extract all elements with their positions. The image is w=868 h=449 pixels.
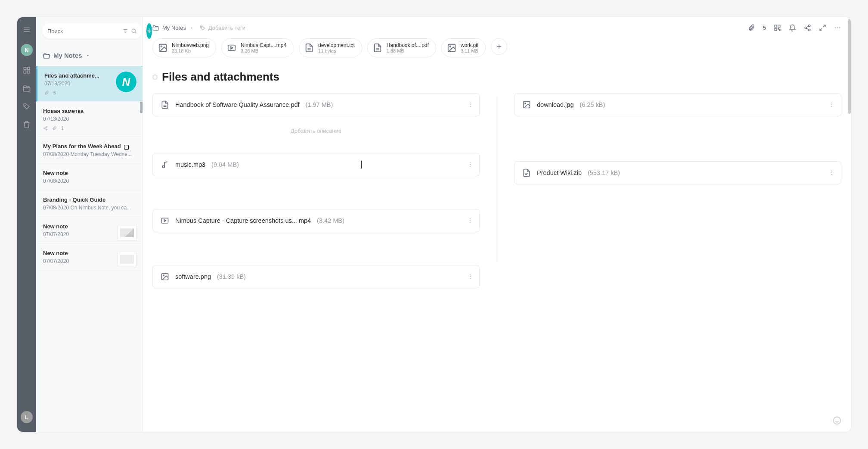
page-title[interactable]: Files and attachments xyxy=(162,70,279,84)
description-placeholder[interactable]: Добавить описание xyxy=(152,128,480,134)
file-card[interactable]: Handbook of Software Quality Assurance.p… xyxy=(152,93,480,116)
svg-point-26 xyxy=(805,27,806,28)
note-item[interactable]: Files and attachme... 07/13/2020 5 N xyxy=(36,66,143,102)
folder-icon xyxy=(152,25,159,31)
svg-point-58 xyxy=(470,218,471,219)
tag-icon xyxy=(200,25,206,31)
chip-name: Nimbusweb.png xyxy=(172,42,209,48)
svg-point-14 xyxy=(43,128,45,129)
chip-size: 3.26 MB xyxy=(241,48,286,53)
more-vert-icon[interactable] xyxy=(467,274,473,280)
svg-point-34 xyxy=(839,27,840,28)
more-icon[interactable] xyxy=(834,24,841,31)
svg-line-17 xyxy=(45,128,46,129)
svg-point-27 xyxy=(809,29,810,31)
svg-rect-18 xyxy=(124,145,128,150)
svg-point-68 xyxy=(831,103,832,103)
folder-icon[interactable] xyxy=(23,84,31,92)
more-vert-icon[interactable] xyxy=(467,218,473,224)
chip-name: development.txt xyxy=(318,42,355,48)
chip-size: 3.11 MB xyxy=(461,48,478,53)
more-vert-icon[interactable] xyxy=(467,162,473,168)
more-vert-icon[interactable] xyxy=(829,102,835,108)
file-size: (553.17 kB) xyxy=(588,169,620,176)
note-title: New note xyxy=(43,223,117,230)
file-icon xyxy=(304,43,314,53)
search-field[interactable] xyxy=(47,28,120,34)
note-item[interactable]: New note 07/07/2020 xyxy=(36,244,143,271)
chip-size: 23.18 Kb xyxy=(172,48,209,53)
menu-icon[interactable] xyxy=(23,26,31,34)
svg-point-51 xyxy=(470,106,471,107)
breadcrumb[interactable]: My Notes xyxy=(152,25,194,31)
attachment-chip[interactable]: Nimbusweb.png23.18 Kb xyxy=(152,38,216,57)
user-avatar[interactable]: L xyxy=(21,411,33,423)
share-icon[interactable] xyxy=(804,24,811,31)
folder-header[interactable]: My Notes xyxy=(36,45,143,66)
attachment-chip[interactable]: development.txt11 bytes xyxy=(299,38,362,57)
video-icon xyxy=(161,216,169,225)
grid-icon[interactable] xyxy=(23,66,31,74)
note-date: 07/13/2020 xyxy=(44,81,117,87)
add-attachment-button[interactable] xyxy=(491,38,507,55)
svg-rect-3 xyxy=(24,67,26,69)
file-name: music.mp3 xyxy=(175,161,205,168)
chevron-down-icon xyxy=(86,53,90,58)
note-item[interactable]: New note 07/07/2020 xyxy=(36,217,143,244)
note-date: 07/07/2020 xyxy=(43,231,117,237)
svg-point-53 xyxy=(470,162,471,163)
svg-rect-24 xyxy=(779,30,780,31)
svg-point-25 xyxy=(809,25,810,26)
file-card[interactable]: software.png (31.39 kB) xyxy=(152,265,480,288)
trash-icon[interactable] xyxy=(23,121,31,128)
note-item[interactable]: New note 07/08/2020 xyxy=(36,164,143,190)
emoji-icon[interactable] xyxy=(833,416,841,425)
note-item[interactable]: Branding - Quick Guide 07/08/2020 On Nim… xyxy=(36,190,143,217)
filter-icon[interactable] xyxy=(122,28,128,34)
image-icon xyxy=(447,43,456,53)
note-thumbnail xyxy=(118,225,136,240)
svg-rect-56 xyxy=(162,218,168,223)
note-date: 07/13/2020 xyxy=(43,116,136,122)
svg-rect-4 xyxy=(28,67,30,69)
file-card[interactable]: Nimbus Capture - Capture screenshots us.… xyxy=(152,209,480,232)
file-size: (3.42 MB) xyxy=(317,217,344,224)
svg-point-33 xyxy=(837,27,838,28)
workspace-avatar[interactable]: N xyxy=(21,44,33,56)
svg-point-70 xyxy=(831,106,832,107)
file-size: (1.97 MB) xyxy=(306,101,333,108)
attachment-chip[interactable]: Nimbus Capt....mp43.26 MB xyxy=(221,38,294,57)
expand-icon[interactable] xyxy=(819,24,826,31)
svg-point-63 xyxy=(470,274,471,275)
folder-name: My Notes xyxy=(53,52,82,59)
paperclip-icon[interactable] xyxy=(748,24,755,31)
file-size: (9.04 MB) xyxy=(211,161,239,168)
bell-icon[interactable] xyxy=(789,24,796,31)
more-vert-icon[interactable] xyxy=(829,170,835,176)
svg-line-16 xyxy=(45,127,46,128)
add-tags[interactable]: Добавить теги xyxy=(200,25,245,31)
attachment-chip[interactable]: work.gif3.11 MB xyxy=(441,38,486,57)
note-title: New note xyxy=(43,170,136,176)
svg-rect-23 xyxy=(778,28,779,29)
note-item[interactable]: My Plans for the Week Ahead 07/08/2020 M… xyxy=(36,137,143,164)
file-card[interactable]: Product Wiki.zip (553.17 kB) xyxy=(514,161,841,184)
search-input[interactable] xyxy=(42,23,142,39)
svg-point-74 xyxy=(831,172,832,173)
qr-icon[interactable] xyxy=(774,24,781,31)
attachment-chip[interactable]: Handbook of....pdf1.88 MB xyxy=(367,38,436,57)
tag-icon[interactable] xyxy=(23,103,31,110)
main-scrollbar-thumb[interactable] xyxy=(848,19,851,114)
file-card[interactable]: download.jpg (6.25 kB) xyxy=(514,93,841,116)
note-title: Branding - Quick Guide xyxy=(43,196,136,203)
more-vert-icon[interactable] xyxy=(467,102,473,108)
archive-icon xyxy=(522,168,531,177)
svg-rect-6 xyxy=(28,71,30,73)
svg-point-65 xyxy=(470,278,471,279)
sidebar: + My Notes Files and attachme... 07/13/2… xyxy=(36,17,143,432)
svg-point-64 xyxy=(470,276,471,277)
svg-point-50 xyxy=(470,104,471,105)
search-icon[interactable] xyxy=(131,28,137,34)
note-item[interactable]: Новая заметка 07/13/2020 1 xyxy=(36,102,143,137)
file-card[interactable]: music.mp3 (9.04 MB) xyxy=(152,153,480,176)
